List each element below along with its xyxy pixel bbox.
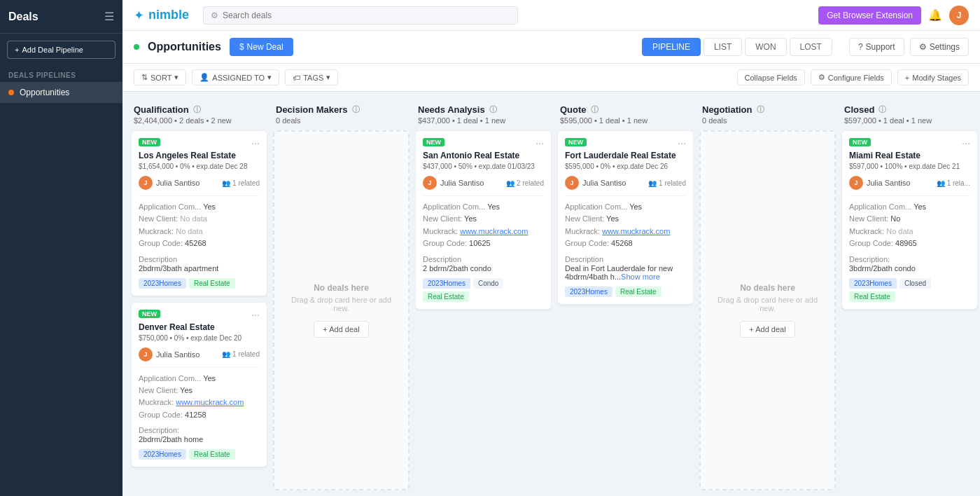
- deal-description: Description: 3bdrm/2bath condo: [849, 255, 970, 273]
- tags-chevron: ▾: [326, 73, 330, 82]
- info-icon-decision-makers[interactable]: ⓘ: [352, 104, 360, 115]
- info-icon-needs-analysis[interactable]: ⓘ: [489, 104, 497, 115]
- deal-more-button[interactable]: ···: [536, 138, 544, 148]
- tag[interactable]: Real Estate: [849, 291, 895, 302]
- assigned-chevron: ▾: [267, 73, 272, 82]
- deal-name[interactable]: Fort Lauderdale Real Estate: [565, 151, 686, 160]
- deal-field: Application Com... Yes: [139, 202, 260, 212]
- info-icon-qualification[interactable]: ⓘ: [193, 104, 201, 115]
- tag[interactable]: 2023Homes: [565, 287, 612, 297]
- deal-fields: Application Com... Yes New Client: Yes M…: [565, 202, 686, 249]
- info-icon-quote[interactable]: ⓘ: [591, 104, 598, 115]
- add-deal-button-decision-makers[interactable]: + Add deal: [314, 321, 368, 338]
- page-header: Opportunities $ New Deal PIPELINE LIST W…: [122, 31, 980, 64]
- tag[interactable]: Closed: [899, 278, 931, 289]
- deal-card-san-antonio-real-estate: NEW ··· San Antonio Real Estate $437,000…: [415, 130, 552, 310]
- deal-more-button[interactable]: ···: [962, 138, 970, 148]
- sidebar-title: Deals: [8, 11, 38, 23]
- collapse-fields-button[interactable]: Collapse Fields: [737, 69, 805, 85]
- deal-field: Muckrack: www.muckrack.com: [139, 397, 260, 408]
- tag[interactable]: 2023Homes: [423, 278, 470, 289]
- deal-description: Description 2bdrm/3bath apartment: [139, 255, 260, 273]
- assignee-name: Julia Santiso: [582, 179, 626, 187]
- bell-icon[interactable]: 🔔: [928, 8, 942, 22]
- deal-more-button[interactable]: ···: [678, 138, 686, 148]
- sidebar-item-opportunities[interactable]: Opportunities: [0, 82, 122, 103]
- add-deal-pipeline-button[interactable]: + Add Deal Pipeline: [7, 41, 115, 59]
- tab-lost[interactable]: LOST: [790, 38, 832, 56]
- deal-field: New Client: No data: [139, 214, 260, 224]
- assigned-to-button[interactable]: 👤 ASSIGNED TO ▾: [192, 69, 279, 85]
- tag[interactable]: 2023Homes: [139, 278, 186, 289]
- tag[interactable]: 2023Homes: [849, 278, 897, 289]
- get-extension-button[interactable]: Get Browser Extension: [818, 6, 921, 25]
- configure-fields-button[interactable]: ⚙ Configure Fields: [811, 69, 892, 85]
- avatar[interactable]: J: [949, 6, 969, 25]
- deal-more-button[interactable]: ···: [251, 138, 260, 148]
- search-input[interactable]: [223, 11, 510, 20]
- info-icon-closed[interactable]: ⓘ: [878, 104, 886, 115]
- status-dot: [134, 44, 139, 50]
- tag[interactable]: Real Estate: [189, 449, 235, 460]
- sort-chevron: ▾: [174, 73, 178, 82]
- deal-name[interactable]: San Antonio Real Estate: [423, 151, 544, 160]
- new-badge: NEW: [849, 138, 871, 146]
- desc-label: Description: [565, 255, 686, 263]
- deal-field: Application Com... Yes: [849, 202, 970, 212]
- column-title-decision-makers: Decision Makers ⓘ: [276, 104, 407, 115]
- deal-field: Group Code: 45268: [139, 238, 260, 249]
- column-body-needs-analysis: NEW ··· San Antonio Real Estate $437,000…: [415, 130, 552, 496]
- deal-assignee: J Julia Santiso 👥 2 related: [423, 176, 544, 196]
- menu-icon[interactable]: ☰: [104, 10, 114, 23]
- related-count: 👥 2 related: [506, 179, 544, 187]
- new-badge: NEW: [423, 138, 444, 146]
- desc-label: Description:: [849, 255, 970, 263]
- header-actions: ? Support ⚙ Settings: [849, 38, 969, 56]
- assignee-name: Julia Santiso: [156, 350, 200, 359]
- tab-won[interactable]: WON: [745, 38, 786, 56]
- tab-pipeline[interactable]: PIPELINE: [642, 38, 701, 56]
- deal-name[interactable]: Miami Real Estate: [849, 151, 970, 160]
- deal-more-button[interactable]: ···: [251, 310, 260, 319]
- tags-button[interactable]: 🏷 TAGS ▾: [285, 69, 338, 85]
- deal-name[interactable]: Los Angeles Real Estate: [139, 151, 260, 160]
- empty-text-negotiation: No deals here: [740, 283, 795, 293]
- configure-label: Configure Fields: [828, 74, 884, 82]
- sort-button[interactable]: ⇅ SORT ▾: [134, 69, 186, 85]
- info-icon-negotiation[interactable]: ⓘ: [757, 104, 764, 115]
- column-closed: Closed ⓘ $597,000 • 1 deal • 1 new NEW ·…: [841, 100, 978, 496]
- tab-list[interactable]: LIST: [704, 38, 742, 56]
- deal-field: Group Code: 41258: [139, 410, 260, 420]
- tag[interactable]: Real Estate: [423, 291, 469, 302]
- settings-button[interactable]: ⚙ Settings: [910, 38, 969, 56]
- tag[interactable]: 2023Homes: [139, 449, 186, 460]
- assignee-avatar: J: [139, 176, 153, 190]
- related-count: 👥 1 related: [648, 179, 686, 187]
- assignee-info: J Julia Santiso: [849, 176, 910, 190]
- sort-icon: ⇅: [141, 73, 148, 82]
- search-bar[interactable]: ⚙: [203, 6, 518, 25]
- plus-icon: +: [905, 74, 909, 82]
- people-icon: 👥: [222, 179, 230, 187]
- assignee-avatar: J: [423, 176, 437, 190]
- tag[interactable]: Real Estate: [189, 278, 235, 289]
- modify-stages-button[interactable]: + Modify Stages: [897, 69, 969, 85]
- show-more[interactable]: Show more: [621, 273, 660, 281]
- support-button[interactable]: ? Support: [849, 38, 904, 56]
- assignee-info: J Julia Santiso: [565, 176, 626, 190]
- tag[interactable]: Condo: [473, 278, 503, 289]
- deal-name[interactable]: Denver Real Estate: [139, 322, 260, 332]
- add-deal-button-negotiation[interactable]: + Add deal: [740, 321, 794, 338]
- column-stats-needs-analysis: $437,000 • 1 deal • 1 new: [418, 116, 549, 125]
- add-pipeline-label: Add Deal Pipeline: [22, 46, 83, 54]
- search-icon: ⚙: [211, 11, 218, 20]
- deal-field: Muckrack: www.muckrack.com: [565, 226, 686, 237]
- deal-fields: Application Com... Yes New Client: Yes M…: [423, 202, 544, 249]
- new-deal-label: New Deal: [247, 42, 284, 52]
- column-title-quote: Quote ⓘ: [560, 104, 691, 115]
- new-deal-button[interactable]: $ New Deal: [230, 38, 293, 56]
- tag[interactable]: Real Estate: [615, 287, 662, 297]
- deal-field: Muckrack: No data: [139, 226, 260, 237]
- deal-field: Group Code: 45268: [565, 238, 686, 249]
- deal-card-header: NEW ···: [139, 138, 260, 148]
